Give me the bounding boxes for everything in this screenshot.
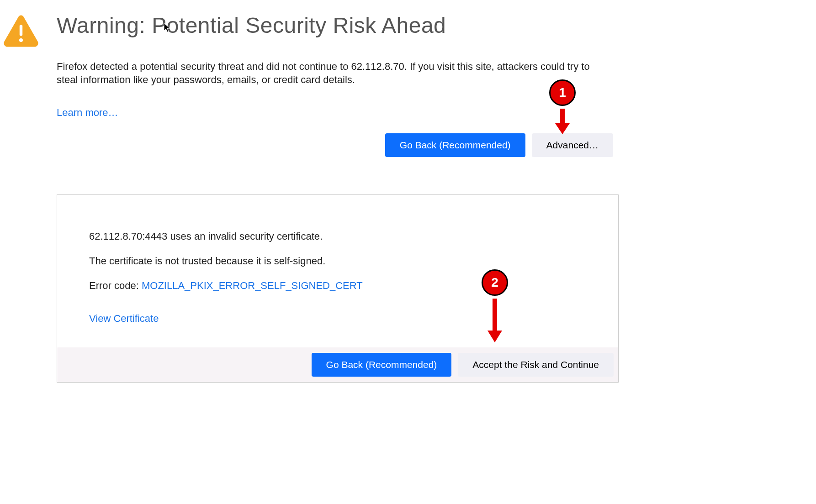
security-description: Firefox detected a potential security th… [57, 60, 613, 87]
advanced-button[interactable]: Advanced… [532, 133, 613, 157]
svg-rect-0 [20, 25, 22, 36]
cert-invalid-text: 62.112.8.70:4443 uses an invalid securit… [89, 231, 590, 242]
accept-risk-button[interactable]: Accept the Risk and Continue [458, 353, 614, 377]
view-certificate-link[interactable]: View Certificate [89, 313, 159, 325]
advanced-panel: 62.112.8.70:4443 uses an invalid securit… [57, 194, 619, 383]
page-title: Warning: Potential Security Risk Ahead [57, 14, 613, 38]
learn-more-link[interactable]: Learn more… [57, 107, 118, 119]
svg-point-1 [19, 38, 23, 42]
warning-triangle-icon [3, 15, 39, 47]
cert-self-signed-text: The certificate is not trusted because i… [89, 255, 590, 267]
error-code-link[interactable]: MOZILLA_PKIX_ERROR_SELF_SIGNED_CERT [142, 280, 363, 291]
error-code-label: Error code: [89, 280, 142, 291]
go-back-button[interactable]: Go Back (Recommended) [385, 133, 525, 157]
go-back-button-footer[interactable]: Go Back (Recommended) [312, 353, 452, 377]
error-code-line: Error code: MOZILLA_PKIX_ERROR_SELF_SIGN… [89, 280, 590, 292]
